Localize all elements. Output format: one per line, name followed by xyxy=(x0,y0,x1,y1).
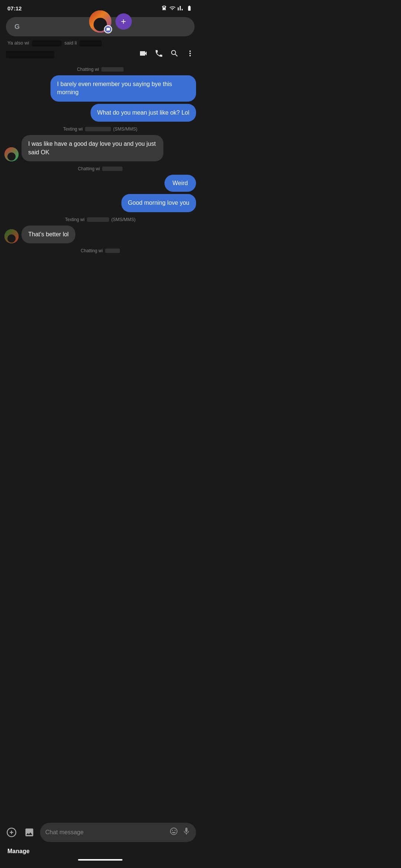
alarm-icon xyxy=(161,5,167,11)
contact-redacted-2 xyxy=(85,127,111,131)
search-bar[interactable]: G + xyxy=(6,17,195,36)
bubble-sent-2: What do you mean just like ok? Lol xyxy=(91,104,196,122)
search-button[interactable] xyxy=(170,49,179,60)
received-avatar-1 xyxy=(4,147,19,161)
contact-redacted-3 xyxy=(102,167,123,171)
received-avatar-2 xyxy=(4,229,19,243)
wifi-icon xyxy=(169,5,175,11)
chatting-with-label-2: Chatting wi xyxy=(78,166,100,171)
channel-label-5: Chatting wi xyxy=(4,244,196,256)
message-sent-1: I barely even remember you saying bye th… xyxy=(4,75,196,102)
bubble-sent-4: Good morning love you xyxy=(121,194,196,212)
texting-with-label: Texting wi xyxy=(63,126,83,132)
message-received-1: I was like have a good day love you and … xyxy=(4,135,196,161)
preview-text: Ya also wi said li xyxy=(0,39,200,47)
more-options-button[interactable] xyxy=(186,49,195,60)
contact-redacted-5 xyxy=(105,249,120,253)
add-conversation-button[interactable]: + xyxy=(115,13,132,30)
app-header xyxy=(0,47,200,63)
message-received-2: That's better lol xyxy=(4,226,196,243)
contact-name-redacted xyxy=(6,51,54,58)
signal-icon xyxy=(177,5,183,11)
message-sent-2: What do you mean just like ok? Lol xyxy=(4,104,196,122)
messages-scroll-area: Chatting wi I barely even remember you s… xyxy=(0,63,200,308)
google-logo: G xyxy=(12,22,22,32)
bubble-received-2: That's better lol xyxy=(22,226,75,243)
status-icons xyxy=(161,5,193,11)
battery-icon xyxy=(186,5,193,11)
bubble-sent-1: I barely even remember you saying bye th… xyxy=(50,75,196,102)
channel-label-2: Texting wi (SMS/MMS) xyxy=(4,123,196,134)
message-sent-4: Good morning love you xyxy=(4,194,196,212)
contact-avatar-container[interactable] xyxy=(89,10,111,33)
messages-area: Chatting wi I barely even remember you s… xyxy=(0,63,200,256)
message-sent-3: Weird xyxy=(4,175,196,192)
status-time: 07:12 xyxy=(7,5,22,11)
phone-call-button[interactable] xyxy=(154,49,163,60)
chatting-with-label-1: Chatting wi xyxy=(77,67,99,72)
texting-with-label-2: Texting wi xyxy=(65,217,85,222)
chatting-with-label-3: Chatting wi xyxy=(81,248,102,253)
channel-label-3: Chatting wi xyxy=(4,162,196,174)
header-actions xyxy=(139,49,195,60)
channel-label-4: Texting wi (SMS/MMS) xyxy=(4,213,196,224)
search-bar-area: G + xyxy=(0,15,200,39)
contact-redacted-1 xyxy=(101,67,124,72)
sms-mms-label: (SMS/MMS) xyxy=(113,126,137,132)
contact-redacted-4 xyxy=(87,217,109,222)
bubble-sent-3: Weird xyxy=(164,175,196,192)
message-badge xyxy=(104,25,112,33)
bubble-received-1: I was like have a good day love you and … xyxy=(22,135,163,161)
channel-label-1: Chatting wi xyxy=(4,63,196,74)
video-call-button[interactable] xyxy=(139,49,148,60)
sms-mms-label-2: (SMS/MMS) xyxy=(111,217,136,222)
message-badge-icon xyxy=(105,26,111,33)
